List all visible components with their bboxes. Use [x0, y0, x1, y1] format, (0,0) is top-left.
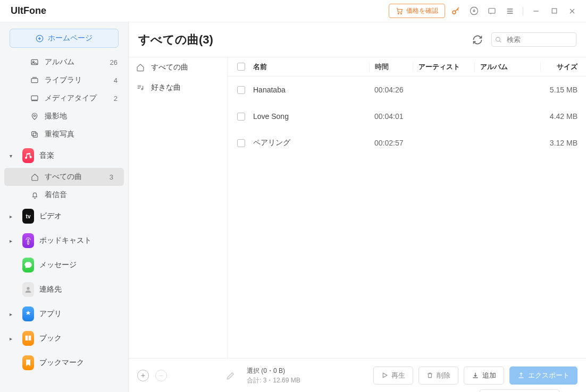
homepage-button[interactable]: ホームページ: [10, 29, 119, 48]
sidebar-item-mediatype[interactable]: メディアタイプ 2: [0, 89, 128, 107]
chevron-down-icon: ▾: [10, 153, 15, 159]
col-time[interactable]: 時間: [369, 62, 413, 72]
sidebar-item-duplicates[interactable]: 重複写真: [0, 125, 128, 143]
sidebar-item-albums[interactable]: アルバム 26: [0, 53, 128, 71]
homepage-label: ホームページ: [48, 33, 93, 43]
page-title: すべての曲(3): [138, 32, 452, 48]
row-checkbox[interactable]: [237, 139, 245, 147]
tv-app-icon: tv: [22, 209, 34, 224]
mid-item-favorites[interactable]: 好きな曲: [129, 78, 227, 98]
sidebar: ホームページ アルバム 26 ライブラリ 4 メディアタイプ 2 撮影地: [0, 22, 129, 392]
content-area: 名前 時間 アーティスト アルバム サイズ Hanataba00:04:265.…: [228, 57, 586, 358]
search-input[interactable]: [491, 32, 576, 47]
sidebar-cat-apps[interactable]: ▸ アプリ: [0, 302, 128, 326]
cell-time: 00:04:01: [369, 112, 413, 121]
download-icon[interactable]: [466, 4, 481, 19]
col-album[interactable]: アルバム: [474, 62, 540, 72]
feedback-icon[interactable]: [484, 4, 499, 19]
sidebar-item-library[interactable]: ライブラリ 4: [0, 71, 128, 89]
cell-size: 4.42 MB: [540, 112, 580, 121]
col-artist[interactable]: アーティスト: [413, 62, 474, 72]
contacts-app-icon: [22, 282, 34, 297]
cell-time: 00:02:57: [369, 139, 413, 147]
library-icon: [30, 75, 39, 85]
sidebar-item-all-songs[interactable]: すべての曲 3: [4, 168, 124, 186]
sidebar-cat-messages[interactable]: メッセージ: [0, 253, 128, 277]
cell-name: Love Song: [250, 112, 369, 121]
key-icon[interactable]: [448, 4, 463, 19]
mid-item-label: すべての曲: [151, 63, 188, 72]
duplicates-icon: [30, 130, 39, 139]
refresh-button[interactable]: [471, 33, 484, 46]
sidebar-item-ringtones[interactable]: 着信音: [0, 186, 128, 204]
sidebar-cat-contacts[interactable]: 連絡先: [0, 277, 128, 302]
appstore-icon: [22, 306, 34, 321]
sidebar-item-label: ビデオ: [39, 211, 62, 221]
books-app-icon: [22, 331, 34, 346]
row-checkbox[interactable]: [237, 86, 245, 94]
svg-rect-9: [31, 79, 38, 83]
table-row[interactable]: Love Song00:04:014.42 MB: [228, 103, 586, 130]
sidebar-item-label: 撮影地: [45, 112, 67, 121]
svg-point-1: [401, 13, 402, 14]
songs-table: 名前 時間 アーティスト アルバム サイズ Hanataba00:04:265.…: [228, 57, 586, 358]
music-list-icon: [136, 83, 146, 92]
back-arrow-icon: [36, 35, 44, 42]
footer: ＋ − 選択 (0・0 B) 合計: 3・12.69 MB 再生 削除: [129, 358, 586, 392]
bookmark-app-icon: [22, 355, 34, 370]
chevron-right-icon: ▸: [10, 311, 15, 317]
count: 2: [114, 95, 121, 103]
remove-circle-button[interactable]: −: [155, 370, 167, 381]
home-icon: [30, 172, 39, 182]
button-label: 再生: [391, 371, 405, 380]
sidebar-item-label: メディアタイプ: [45, 93, 97, 103]
table-header: 名前 時間 アーティスト アルバム サイズ: [228, 57, 586, 76]
row-checkbox[interactable]: [237, 113, 245, 121]
svg-point-15: [27, 287, 29, 289]
search-field: [491, 32, 576, 47]
maximize-button[interactable]: [547, 4, 562, 19]
play-button[interactable]: 再生: [373, 367, 413, 385]
minimize-button[interactable]: [529, 4, 543, 19]
close-button[interactable]: [565, 4, 580, 19]
table-row[interactable]: ペアリング00:02:573.12 MB: [228, 130, 586, 156]
cell-time: 00:04:26: [369, 86, 413, 94]
sidebar-item-label: アルバム: [45, 57, 74, 67]
chevron-right-icon: ▸: [10, 336, 15, 342]
cell-name: ペアリング: [250, 138, 369, 148]
sidebar-item-label: ブック: [39, 334, 62, 343]
location-icon: [30, 112, 39, 121]
cell-size: 3.12 MB: [540, 139, 580, 147]
svg-rect-10: [31, 96, 38, 100]
col-size[interactable]: サイズ: [540, 62, 580, 72]
mid-item-all-songs[interactable]: すべての曲: [129, 57, 227, 78]
price-check-button[interactable]: 価格を確認: [389, 4, 445, 18]
table-row[interactable]: Hanataba00:04:265.15 MB: [228, 76, 586, 103]
sidebar-item-location[interactable]: 撮影地: [0, 107, 128, 125]
edit-icon[interactable]: [225, 370, 236, 381]
add-circle-button[interactable]: ＋: [137, 370, 149, 381]
svg-rect-13: [33, 133, 37, 137]
cart-icon: [396, 7, 403, 15]
delete-button[interactable]: 削除: [418, 367, 458, 385]
menu-icon[interactable]: [503, 4, 517, 19]
cell-name: Hanataba: [250, 86, 369, 94]
chevron-right-icon: ▸: [10, 238, 15, 244]
export-button[interactable]: エクスポート: [509, 367, 577, 385]
sidebar-cat-music[interactable]: ▾ 音楽: [0, 143, 128, 168]
button-label: 追加: [482, 371, 496, 380]
home-icon: [136, 63, 146, 72]
select-all-checkbox[interactable]: [237, 63, 245, 71]
col-name[interactable]: 名前: [250, 62, 369, 72]
sidebar-cat-books[interactable]: ▸ ブック: [0, 326, 128, 351]
mediatype-icon: [30, 93, 39, 103]
chevron-right-icon: ▸: [10, 214, 15, 219]
separator: [523, 7, 523, 15]
sidebar-cat-bookmarks[interactable]: ブックマーク: [0, 351, 128, 375]
button-label: 削除: [437, 371, 450, 380]
music-app-icon: [22, 148, 34, 163]
sidebar-cat-podcast[interactable]: ▸ ポッドキャスト: [0, 228, 128, 253]
sidebar-item-label: 音楽: [39, 151, 54, 160]
add-button[interactable]: 追加: [464, 367, 504, 385]
sidebar-cat-video[interactable]: ▸ tv ビデオ: [0, 204, 128, 228]
